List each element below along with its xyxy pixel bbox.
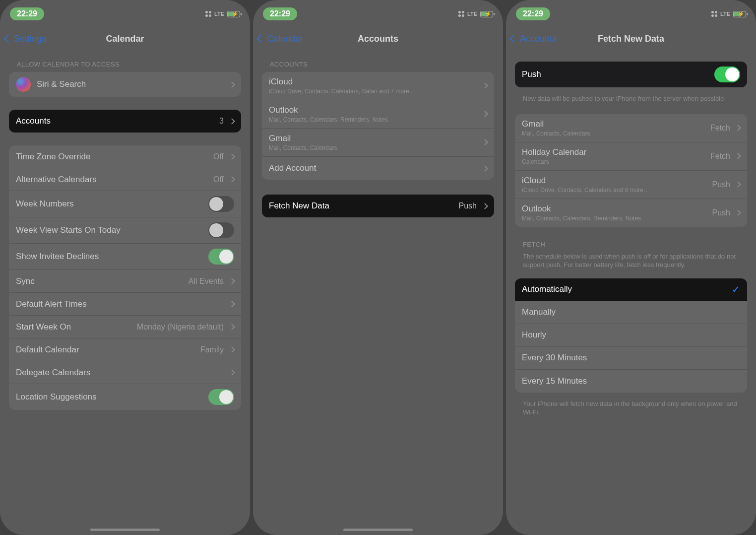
row-icloud[interactable]: iCloud iCloud Drive, Contacts, Calendars… [262,72,494,100]
status-time: 22:29 [516,7,550,20]
row-start-week-on[interactable]: Start Week On Monday (Nigeria default) [9,316,241,338]
accounts-count: 3 [219,117,226,126]
row-label: Delegate Calendars [16,368,90,378]
option-automatically[interactable]: Automatically ✓ [515,278,747,301]
section-header-allow: ALLOW CALENDAR TO ACCESS [9,56,241,72]
account-label: Holiday Calendar [522,147,586,157]
home-indicator[interactable] [343,529,413,531]
push-footer: New data will be pushed to your iPhone f… [515,90,747,105]
status-bar: 22:29 LTE ⚡ [506,7,756,21]
schedule-value: Push [712,180,732,189]
row-week-numbers[interactable]: Week Numbers [9,191,241,217]
row-time-zone-override[interactable]: Time Zone Override Off [9,145,241,168]
group-accounts: Accounts 3 [9,110,241,133]
fetch-description: The schedule below is used when push is … [515,252,747,271]
account-sub: Mail, Contacts, Calendars, Reminders, No… [522,215,641,222]
chevron-right-icon [229,118,235,125]
account-label: Outlook [269,105,298,115]
account-sub: Mail, Contacts, Calendars [269,144,337,151]
toggle-week-view-starts[interactable] [208,222,234,238]
battery-icon: ⚡ [227,11,240,17]
row-fetch-new-data[interactable]: Fetch New Data Push [262,195,494,217]
toggle-location-suggestions[interactable] [208,389,234,405]
chevron-right-icon [735,125,741,131]
page-title: Accounts [253,34,503,44]
battery-icon: ⚡ [480,11,493,17]
home-indicator[interactable] [90,529,160,531]
group-fetch-options: Automatically ✓ Manually Hourly Every 30… [515,278,747,393]
row-label: Default Calendar [16,345,79,355]
row-schedule-outlook[interactable]: Outlook Mail, Contacts, Calendars, Remin… [515,199,747,227]
row-gmail[interactable]: Gmail Mail, Contacts, Calendars [262,129,494,157]
fetch-value: Push [459,201,479,210]
row-value: Off [213,175,226,184]
nav-header: Accounts Fetch New Data [506,28,756,50]
option-manually[interactable]: Manually [515,301,747,324]
row-show-invitee-declines[interactable]: Show Invitee Declines [9,244,241,270]
siri-icon [16,77,31,92]
row-location-suggestions[interactable]: Location Suggestions [9,384,241,410]
toggle-push[interactable] [714,67,740,82]
chevron-right-icon [482,139,488,145]
group-push: Push [515,62,747,87]
network-label: LTE [467,11,477,17]
group-fetch: Fetch New Data Push [262,195,494,217]
row-push-toggle[interactable]: Push [515,62,747,87]
status-bar: 22:29 LTE ⚡ [0,7,250,21]
row-schedule-holiday[interactable]: Holiday Calendar Calendars Fetch [515,142,747,171]
toggle-invitee-declines[interactable] [208,249,234,265]
row-value: Off [213,152,226,161]
option-label: Every 30 Minutes [522,353,587,363]
account-label: Gmail [269,134,291,143]
chevron-right-icon [482,203,488,209]
row-siri-search[interactable]: Siri & Search [9,72,241,97]
push-label: Push [522,69,541,79]
account-label: Outlook [522,204,551,214]
checkmark-icon: ✓ [732,283,740,295]
network-label: LTE [720,11,730,17]
option-label: Automatically [522,284,572,294]
row-default-calendar[interactable]: Default Calendar Family [9,338,241,361]
row-accounts[interactable]: Accounts 3 [9,110,241,133]
account-sub: iCloud Drive, Contacts, Calendars, Safar… [269,88,415,95]
row-week-view-starts-today[interactable]: Week View Starts On Today [9,217,241,244]
group-calendar-options: Time Zone Override Off Alternative Calen… [9,145,241,410]
chevron-right-icon [735,209,741,216]
add-account-label: Add Account [269,163,316,173]
accounts-label: Accounts [16,116,51,126]
chevron-right-icon [735,153,741,159]
row-value: Monday (Nigeria default) [137,323,226,332]
chevron-right-icon [229,81,235,88]
nav-header: Settings Calendar [0,28,250,50]
row-delegate-calendars[interactable]: Delegate Calendars [9,361,241,384]
account-sub: Calendars [522,158,549,165]
schedule-value: Fetch [710,124,732,133]
row-label: Week View Starts On Today [16,225,121,235]
chevron-right-icon [229,301,235,307]
section-header-fetch: FETCH [515,236,747,252]
chevron-right-icon [229,278,235,284]
row-label: Show Invitee Declines [16,252,99,262]
option-hourly[interactable]: Hourly [515,324,747,347]
option-every-30-min[interactable]: Every 30 Minutes [515,347,747,370]
schedule-value: Fetch [710,152,732,161]
chevron-right-icon [229,369,235,376]
row-schedule-gmail[interactable]: Gmail Mail, Contacts, Calendars Fetch [515,114,747,142]
toggle-week-numbers[interactable] [208,196,234,212]
row-schedule-icloud[interactable]: iCloud iCloud Drive, Contacts, Calendars… [515,171,747,199]
row-label: Alternative Calendars [16,175,97,185]
chevron-right-icon [482,111,488,117]
option-label: Hourly [522,330,546,340]
row-label: Sync [16,276,35,286]
row-alternative-calendars[interactable]: Alternative Calendars Off [9,168,241,191]
row-label: Time Zone Override [16,152,91,162]
row-sync[interactable]: Sync All Events [9,270,241,293]
signal-icon [205,11,211,17]
fetch-options-footer: Your iPhone will fetch new data in the b… [515,396,747,419]
battery-icon: ⚡ [733,11,746,17]
option-every-15-min[interactable]: Every 15 Minutes [515,370,747,393]
account-sub: iCloud Drive, Contacts, Calendars and 8 … [522,187,649,194]
row-outlook[interactable]: Outlook Mail, Contacts, Calendars, Remin… [262,100,494,129]
row-add-account[interactable]: Add Account [262,157,494,180]
row-default-alert-times[interactable]: Default Alert Times [9,293,241,316]
